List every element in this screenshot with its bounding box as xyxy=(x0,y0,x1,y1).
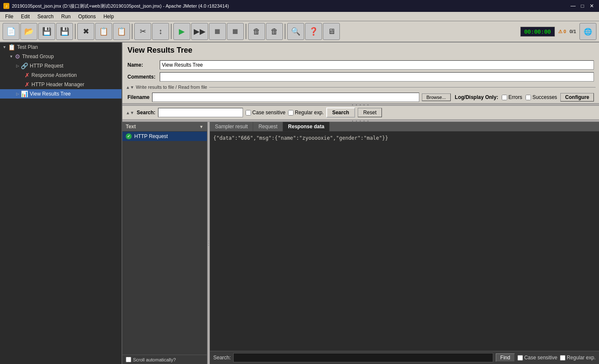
save-button[interactable]: 💾 xyxy=(38,23,55,40)
toggle-test-plan[interactable]: ▼ xyxy=(3,45,6,49)
menu-search[interactable]: Search xyxy=(34,13,57,20)
find-button[interactable]: Find xyxy=(496,353,515,362)
regular-exp-text: Regular exp. xyxy=(295,110,324,116)
tree-item-label: HTTP Header Manager xyxy=(31,82,85,87)
write-results-label: Write results to file / Read from file xyxy=(136,85,207,90)
tab-request[interactable]: Request xyxy=(253,122,283,131)
clear-all-button[interactable]: 🗑 xyxy=(266,23,283,40)
scroll-auto-checkbox[interactable] xyxy=(126,357,131,362)
reset-button[interactable]: Reset xyxy=(358,108,382,117)
maximize-button[interactable]: □ xyxy=(579,2,586,10)
regular-exp-label[interactable]: Regular exp. xyxy=(288,110,324,116)
configure-button[interactable]: Configure xyxy=(560,93,594,102)
bottom-regular-exp-label[interactable]: Regular exp. xyxy=(560,355,596,361)
name-label: Name: xyxy=(127,62,157,68)
bottom-case-sensitive-label[interactable]: Case sensitive xyxy=(517,355,557,361)
cut-button[interactable]: ✂ xyxy=(134,23,151,40)
result-item-label: HTTP Request xyxy=(134,133,168,139)
menu-file[interactable]: File xyxy=(2,13,17,20)
results-list-body: ✓ HTTP Request xyxy=(122,132,207,355)
minimize-button[interactable]: — xyxy=(569,2,577,10)
log-display-row: Log/Display Only: Errors Successes Confi… xyxy=(455,93,594,102)
title-bar-controls: — □ ✕ xyxy=(569,2,596,10)
bottom-regular-exp-checkbox[interactable] xyxy=(560,355,565,361)
toolbar-sep-4 xyxy=(246,24,246,39)
results-tabs: Sampler result Request Response data xyxy=(210,122,599,132)
toolbar-sep-3 xyxy=(171,24,172,39)
timer-display: 00:00:00 xyxy=(520,27,555,37)
bottom-search-input[interactable] xyxy=(233,353,493,362)
sidebar-item-response-assertion[interactable]: ✗ Response Assertion xyxy=(0,71,121,80)
status-icon-success: ✓ xyxy=(126,133,132,139)
case-sensitive-label[interactable]: Case sensitive xyxy=(246,110,285,116)
comments-input[interactable] xyxy=(160,72,594,82)
paste-button[interactable]: 📋 xyxy=(113,23,130,40)
clear-button[interactable]: 🗑 xyxy=(248,23,265,40)
help-button[interactable]: ❓ xyxy=(305,23,322,40)
results-icon: 📊 xyxy=(21,90,28,97)
close-button[interactable]: ✕ xyxy=(588,2,596,10)
search-toolbar-button[interactable]: 🔍 xyxy=(287,23,304,40)
successes-checkbox-label[interactable]: Successes xyxy=(526,94,557,100)
comments-label: Comments: xyxy=(127,74,157,80)
stop-button[interactable]: ⏹ xyxy=(209,23,226,40)
tab-sampler-result[interactable]: Sampler result xyxy=(210,122,253,131)
menu-help[interactable]: Help xyxy=(100,13,117,20)
results-list-header: Text ▼ xyxy=(122,122,207,132)
panel-header: View Results Tree xyxy=(122,42,599,59)
header-icon: ✗ xyxy=(25,81,30,88)
menu-run[interactable]: Run xyxy=(58,13,74,20)
name-input[interactable] xyxy=(160,60,594,70)
save-as-button[interactable]: 💾 xyxy=(56,23,73,40)
errors-checkbox-label[interactable]: Errors xyxy=(502,94,523,100)
toggle-view-results[interactable]: ▷ xyxy=(16,92,19,96)
sidebar-item-test-plan[interactable]: ▼ 📋 Test Plan xyxy=(0,42,121,52)
thread-group-icon: ⚙ xyxy=(15,53,20,60)
new-button[interactable]: 📄 xyxy=(3,23,20,40)
sidebar-item-view-results-tree[interactable]: ▷ 📊 View Results Tree xyxy=(0,89,121,99)
title-bar: J 20190105post_json.jmx (D:\接口测试+web测试\2… xyxy=(0,0,599,12)
ratio-display: 0/1 xyxy=(570,29,576,34)
search-input[interactable] xyxy=(158,108,243,117)
window-title: 20190105post_json.jmx (D:\接口测试+web测试\201… xyxy=(12,3,229,9)
result-item-http-request[interactable]: ✓ HTTP Request xyxy=(122,132,207,141)
stop-remote-button[interactable]: ⏹ xyxy=(227,23,244,40)
case-sensitive-checkbox[interactable] xyxy=(246,110,251,116)
expand-button[interactable]: ↕ xyxy=(152,23,169,40)
bottom-search-label: Search: xyxy=(213,355,231,361)
assertion-icon: ✗ xyxy=(25,72,30,79)
results-detail: Sampler result Request Response data {"d… xyxy=(210,122,599,364)
run-remote-button[interactable]: ▶▶ xyxy=(191,23,208,40)
http-request-icon: 🔗 xyxy=(21,62,28,69)
revert-button[interactable]: ✖ xyxy=(77,23,94,40)
browse-button[interactable]: Browse... xyxy=(422,93,451,101)
menu-options[interactable]: Options xyxy=(75,13,99,20)
errors-checkbox[interactable] xyxy=(502,95,507,100)
bottom-case-sensitive-checkbox[interactable] xyxy=(517,355,523,361)
main-layout: ▼ 📋 Test Plan ▼ ⚙ Thread Group ▷ 🔗 HTTP … xyxy=(0,42,599,364)
section-line xyxy=(209,87,596,87)
column-dropdown-arrow[interactable]: ▼ xyxy=(199,124,203,129)
open-button[interactable]: 📂 xyxy=(20,23,37,40)
successes-checkbox[interactable] xyxy=(526,95,531,100)
toggle-thread-group[interactable]: ▼ xyxy=(9,54,13,59)
remote-button[interactable]: 🖥 xyxy=(323,23,340,40)
sidebar-item-thread-group[interactable]: ▼ ⚙ Thread Group xyxy=(0,52,121,61)
tree-item-label: Thread Group xyxy=(22,54,54,59)
sidebar-item-http-request[interactable]: ▷ 🔗 HTTP Request xyxy=(0,61,121,71)
toggle-http-request[interactable]: ▷ xyxy=(16,64,19,68)
run-button[interactable]: ▶ xyxy=(173,23,190,40)
scroll-auto-label[interactable]: Scroll automatically? xyxy=(126,357,176,362)
sidebar-item-http-header[interactable]: ✗ HTTP Header Manager xyxy=(0,80,121,89)
section-arrow-left: ▲▼ xyxy=(126,85,134,90)
bottom-search-row: Search: Find Case sensitive Regular exp. xyxy=(210,351,599,364)
filename-input[interactable] xyxy=(152,93,419,102)
menu-bar: File Edit Search Run Options Help xyxy=(0,12,599,21)
copy-button[interactable]: 📋 xyxy=(95,23,112,40)
menu-edit[interactable]: Edit xyxy=(17,13,33,20)
regular-exp-checkbox[interactable] xyxy=(288,110,294,116)
remote-panel-button[interactable]: 🌐 xyxy=(579,23,596,40)
tab-response-data[interactable]: Response data xyxy=(283,122,330,131)
filename-row: Filename Browse... Log/Display Only: Err… xyxy=(122,91,599,103)
search-button[interactable]: Search xyxy=(326,107,355,118)
